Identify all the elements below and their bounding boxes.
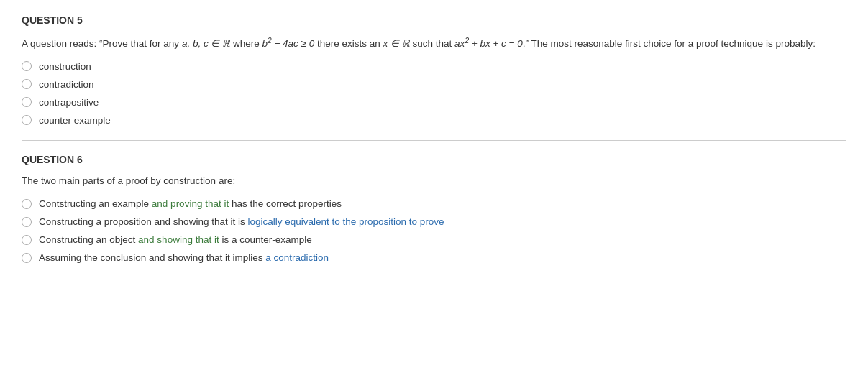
option-q5-contrapositive-label: contrapositive bbox=[39, 97, 99, 108]
radio-q5-counter-example[interactable] bbox=[22, 115, 32, 125]
math-abc: a, b, c ∈ ℝ bbox=[182, 38, 230, 49]
option-q6-2[interactable]: Constructing a proposition and showing t… bbox=[22, 216, 846, 227]
highlight-q6-4-blue: a contradiction bbox=[265, 252, 329, 263]
radio-q5-contradiction[interactable] bbox=[22, 79, 32, 89]
option-q6-3-label: Constructing an object and showing that … bbox=[39, 234, 312, 245]
math-quadratic: ax2 + bx + c = 0 bbox=[454, 38, 523, 49]
option-q6-2-label: Constructing a proposition and showing t… bbox=[39, 216, 444, 227]
radio-q6-3[interactable] bbox=[22, 235, 32, 245]
option-q5-construction[interactable]: construction bbox=[22, 61, 846, 72]
question-6-options: Contstructing an example and proving tha… bbox=[22, 198, 846, 263]
option-q6-1[interactable]: Contstructing an example and proving tha… bbox=[22, 198, 846, 209]
radio-q6-4[interactable] bbox=[22, 253, 32, 263]
option-q6-3[interactable]: Constructing an object and showing that … bbox=[22, 234, 846, 245]
question-6-title: QUESTION 6 bbox=[22, 154, 846, 165]
option-q5-contradiction-label: contradiction bbox=[39, 79, 94, 90]
question-5-options: construction contradiction contrapositiv… bbox=[22, 61, 846, 126]
radio-q5-contrapositive[interactable] bbox=[22, 97, 32, 107]
option-q5-contrapositive[interactable]: contrapositive bbox=[22, 97, 846, 108]
section-divider bbox=[22, 140, 846, 141]
question-5-text: A question reads: “Prove that for any a,… bbox=[22, 34, 846, 51]
option-q6-4[interactable]: Assuming the conclusion and showing that… bbox=[22, 252, 846, 263]
highlight-q6-2-blue: logically equivalent to the proposition … bbox=[247, 216, 444, 227]
radio-q5-construction[interactable] bbox=[22, 61, 32, 71]
question-6-block: QUESTION 6 The two main parts of a proof… bbox=[22, 154, 846, 263]
math-x-real: x ∈ ℝ bbox=[383, 38, 410, 49]
radio-q6-1[interactable] bbox=[22, 199, 32, 209]
question-5-block: QUESTION 5 A question reads: “Prove that… bbox=[22, 14, 846, 126]
radio-q6-2[interactable] bbox=[22, 217, 32, 227]
option-q6-1-label: Contstructing an example and proving tha… bbox=[39, 198, 342, 209]
option-q5-contradiction[interactable]: contradiction bbox=[22, 79, 846, 90]
page-container: QUESTION 5 A question reads: “Prove that… bbox=[0, 0, 868, 292]
option-q5-construction-label: construction bbox=[39, 61, 91, 72]
option-q5-counter-example[interactable]: counter example bbox=[22, 115, 846, 126]
question-5-title: QUESTION 5 bbox=[22, 14, 846, 26]
math-discriminant: b2 − 4ac ≥ 0 bbox=[262, 38, 315, 49]
option-q6-4-label: Assuming the conclusion and showing that… bbox=[39, 252, 329, 263]
highlight-q6-3-green: and showing that it bbox=[138, 234, 219, 245]
option-q5-counter-example-label: counter example bbox=[39, 115, 111, 126]
highlight-q6-1-green: and proving that it bbox=[152, 198, 229, 209]
question-6-text: The two main parts of a proof by constru… bbox=[22, 174, 846, 188]
